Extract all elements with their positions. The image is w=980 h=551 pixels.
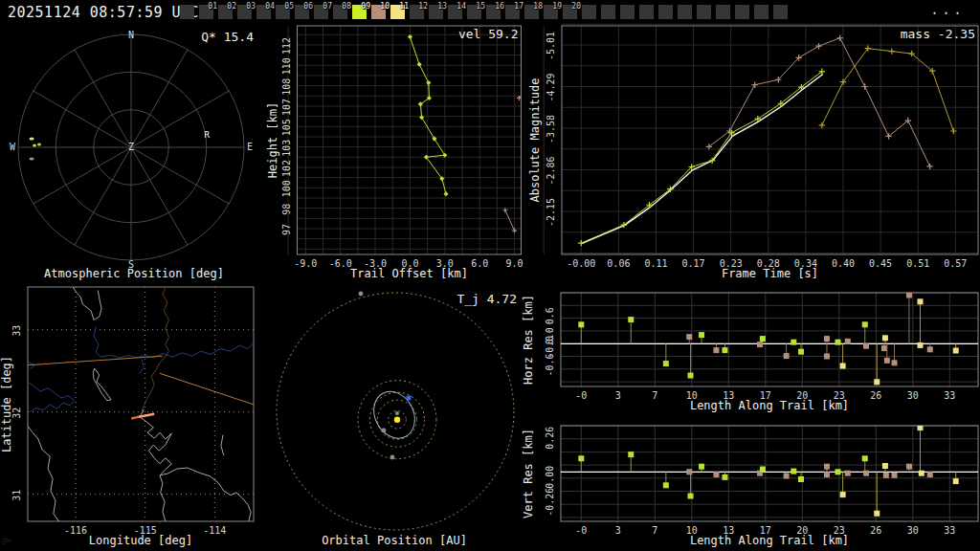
vert_res-frame (561, 426, 978, 521)
frame-chip-18[interactable]: 18 (524, 5, 539, 19)
frame-chip-label: 13 (437, 2, 447, 11)
frame-chip-03[interactable]: 03 (237, 5, 252, 19)
frame-chip-10[interactable]: 10 (371, 5, 386, 19)
residual-marker (628, 452, 634, 457)
frame-chip-label: 14 (457, 2, 466, 11)
frame-chip-15[interactable]: 15 (467, 5, 481, 19)
magnitude-grid (544, 24, 978, 254)
magnitude-ytick: -4.29 (546, 73, 556, 101)
magnitude-panel: -0.000.060.110.170.230.280.340.400.450.5… (528, 24, 978, 280)
frame-chip-12[interactable]: 12 (410, 5, 424, 19)
residual-marker (578, 321, 584, 327)
magnitude-series (578, 35, 956, 247)
venus (382, 429, 387, 433)
station-1-trail-line (410, 37, 446, 194)
frame-chip-16[interactable]: 16 (486, 5, 501, 19)
residual-marker (784, 353, 790, 359)
magnitude-xtick: 0.51 (906, 258, 929, 269)
frame-chip-04[interactable]: 04 (256, 5, 271, 19)
frame-chip-blank-24[interactable] (639, 5, 654, 19)
residual-marker (874, 379, 880, 385)
trail-ylabel: Height [km] (266, 102, 279, 178)
frame-chip-09[interactable]: 09 (352, 5, 367, 19)
frame-chip-blank-29[interactable] (735, 5, 749, 19)
frame-chip-label: 18 (533, 2, 543, 11)
trail-ytick: 110 (281, 57, 292, 75)
frame-chip-05[interactable]: 05 (276, 5, 290, 19)
data-point-plus (926, 164, 932, 169)
frame-chip-06[interactable]: 06 (295, 5, 309, 19)
residual-marker (892, 360, 898, 365)
residual-marker (883, 473, 889, 478)
colorado-river (142, 287, 168, 411)
vert_res-grid (561, 426, 978, 521)
horz_res-grid (561, 293, 978, 386)
station-3-lightcurve-line (822, 49, 954, 131)
polar-spoke (131, 91, 229, 147)
frame-chip-08[interactable]: 08 (333, 5, 347, 19)
frame-chip-11[interactable]: 11 (390, 5, 405, 19)
frame-chip-blank-31[interactable] (773, 5, 788, 19)
frame-chip-label: 01 (208, 2, 217, 11)
frame-chip-17[interactable]: 17 (505, 5, 520, 19)
trail-panel: -9.0-6.0-3.00.03.06.09.01121101081071051… (266, 26, 529, 280)
residual-marker (953, 478, 959, 484)
baja-gulf-coast (160, 475, 166, 521)
trail-ytick: 107 (281, 99, 292, 116)
horz_res-xtick: 30 (907, 390, 919, 401)
frame-chip-blank-26[interactable] (678, 5, 692, 19)
delta-marsh (140, 409, 171, 475)
frame-chip-label: 16 (495, 2, 504, 11)
sky-position-point (33, 143, 36, 146)
atmospheric-title: Atmospheric Position [deg] (44, 267, 224, 280)
map-ytick: 33 (11, 325, 22, 337)
residual-marker (798, 349, 804, 355)
data-point-diamond (419, 115, 424, 120)
horz_res-xtick: 26 (870, 390, 881, 401)
frame-chip-blank-28[interactable] (716, 5, 730, 19)
frame-chip-blank-30[interactable] (754, 5, 768, 19)
frame-chip-07[interactable]: 07 (314, 5, 328, 19)
residual-marker (757, 342, 763, 347)
river-branch (140, 360, 144, 374)
river-east (94, 326, 254, 358)
frame-chip-14[interactable]: 14 (448, 5, 462, 19)
frame-chip-blank-23[interactable] (620, 5, 635, 19)
frame-chip-02[interactable]: 02 (218, 5, 233, 19)
vert_res-xtick: 30 (907, 525, 919, 536)
magnitude-corner-label: mass -2.35 (901, 27, 975, 41)
dashboard: NSEWZRQ* 15.4Atmospheric Position [deg]-… (0, 0, 980, 551)
residual-marker (760, 467, 766, 473)
polar-spoke (131, 147, 188, 245)
trail-ytick: 103 (281, 140, 292, 157)
frame-chip-blank-25[interactable] (658, 5, 673, 19)
trail-ytick: 112 (281, 37, 292, 55)
mars (390, 455, 395, 460)
horz_res-xtick: -0 (575, 390, 587, 401)
trail-xlabel: Trail Offset [km] (350, 267, 468, 280)
residual-marker (824, 354, 830, 360)
frame-chip-20[interactable]: 20 (563, 5, 577, 19)
horz_res-xtick: 33 (944, 390, 955, 401)
mercury (395, 411, 399, 415)
residual-marker (824, 336, 830, 342)
jupiter (359, 292, 364, 297)
frame-chip-19[interactable]: 19 (544, 5, 558, 19)
magnitude-xtick: -0.00 (567, 258, 595, 269)
residual-marker (906, 293, 912, 298)
frame-chip-blank-27[interactable] (697, 5, 711, 19)
frame-chip-blank-21[interactable] (582, 5, 596, 19)
frame-chip-label: 08 (342, 2, 351, 11)
residual-marker (953, 348, 959, 354)
frame-chip-label: 04 (265, 2, 275, 11)
frame-chip-blank-22[interactable] (601, 5, 615, 19)
frame-chip-13[interactable]: 13 (429, 5, 443, 19)
frame-chip-blank-0[interactable] (180, 5, 194, 19)
residual-marker (663, 482, 669, 488)
frame-chip-01[interactable]: 01 (199, 5, 213, 19)
vert_res-panel: -03710131720232630330.260.00-0.26Length … (522, 425, 978, 547)
residual-marker (906, 464, 912, 470)
residual-marker (840, 492, 846, 497)
overflow-menu-button[interactable]: ... (924, 0, 970, 19)
map-ytick: 31 (11, 490, 22, 501)
